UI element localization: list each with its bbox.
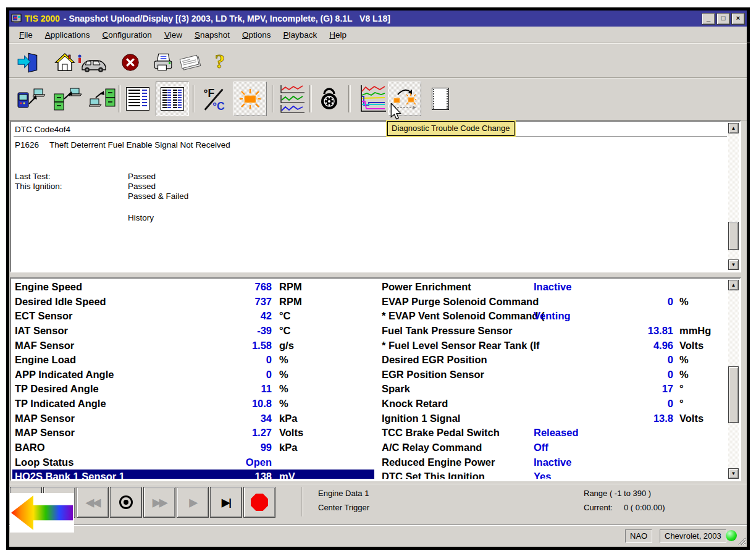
param-label: EVAP Purge Solenoid Command <box>382 295 539 310</box>
dual-list-icon <box>161 87 184 111</box>
data-row[interactable]: TCC Brake Pedal SwitchReleased <box>374 426 727 440</box>
param-label: IAT Sensor <box>15 324 68 339</box>
resize-grip[interactable] <box>737 536 746 545</box>
save-archive-icon <box>87 85 117 112</box>
data-row[interactable]: BARO99kPa <box>12 440 374 455</box>
data-row[interactable]: TP Indicated Angle10.8% <box>12 397 374 411</box>
triple-graph-button[interactable] <box>275 82 309 116</box>
menu-configuration[interactable]: Configuration <box>96 30 158 40</box>
data-row[interactable]: DTC Set This IgnitionYes <box>374 470 727 479</box>
param-value: 0 <box>185 368 272 382</box>
minimize-button[interactable]: _ <box>702 13 715 25</box>
fast-forward-button[interactable]: ▶▶ <box>143 487 175 518</box>
back-arrow-icon[interactable] <box>11 495 73 530</box>
close-button[interactable]: × <box>731 13 745 25</box>
menu-view[interactable]: View <box>158 30 188 40</box>
svg-text:°F: °F <box>204 87 215 99</box>
data-row[interactable]: A/C Relay CommandOff <box>374 440 727 455</box>
param-value: -39 <box>185 324 272 339</box>
multi-graph-button[interactable] <box>356 82 389 116</box>
data-row[interactable]: * EVAP Vent Solenoid Command (Venting <box>374 309 727 324</box>
data-row[interactable]: * Fuel Level Sensor Rear Tank (If4.96Vol… <box>374 339 727 353</box>
rewind-button[interactable]: ◀◀ <box>77 487 109 518</box>
menu-applications[interactable]: Applications <box>39 30 96 40</box>
data-row[interactable]: Reduced Engine PowerInactive <box>374 455 727 470</box>
temp-unit-toggle-button[interactable]: °F °C <box>196 82 230 116</box>
param-value: 11 <box>185 382 272 397</box>
param-label: Ignition 1 Signal <box>382 411 460 426</box>
filmstrip-button[interactable] <box>424 82 457 116</box>
jump-end-icon: ▶| <box>222 496 230 509</box>
data-row[interactable]: EVAP Purge Solenoid Command0% <box>374 295 727 310</box>
svg-text:?: ? <box>215 51 225 72</box>
data-row[interactable]: Ignition 1 Signal13.8Volts <box>374 411 727 426</box>
upload-snapshot-button[interactable] <box>15 82 48 116</box>
record-button[interactable] <box>110 487 142 518</box>
menu-help[interactable]: Help <box>323 30 353 40</box>
data-row[interactable]: EGR Position Sensor0% <box>374 368 727 382</box>
exit-button[interactable] <box>13 48 44 77</box>
scroll-down-button[interactable]: ▼ <box>728 259 739 270</box>
data-row[interactable]: HO2S Bank 1 Sensor 1138mV <box>12 470 374 479</box>
data-row[interactable]: Engine Load0% <box>12 353 374 368</box>
scroll-thumb[interactable] <box>728 222 739 250</box>
param-unit: Volts <box>679 411 704 426</box>
help-button[interactable]: ? <box>209 48 231 77</box>
param-unit: % <box>279 397 288 411</box>
data-row[interactable]: MAP Sensor34kPa <box>12 411 374 426</box>
load-archive-button[interactable] <box>51 82 84 116</box>
jump-end-button[interactable]: ▶| <box>210 487 242 518</box>
param-label: ECT Sensor <box>15 309 73 324</box>
last-test-value: Passed <box>128 172 156 181</box>
data-row[interactable]: TP Desired Angle11% <box>12 382 374 397</box>
param-label: TCC Brake Pedal Switch <box>382 426 500 440</box>
play-button[interactable]: ▶ <box>177 487 209 518</box>
menu-snapshot[interactable]: Snapshot <box>188 30 236 40</box>
vehicle-info-button[interactable] <box>73 48 109 77</box>
data-row[interactable]: Desired EGR Position0% <box>374 353 727 368</box>
data-row[interactable]: MAF Sensor1.58g/s <box>12 339 374 353</box>
scroll-down-button[interactable]: ▼ <box>728 468 739 479</box>
menu-playback[interactable]: Playback <box>277 30 324 40</box>
data-scrollbar[interactable]: ▲ ▼ <box>728 280 739 479</box>
toolbar-separator <box>193 85 195 112</box>
data-row[interactable]: APP Indicated Angle0% <box>12 368 374 382</box>
menu-options[interactable]: Options <box>236 30 277 40</box>
data-row[interactable]: Engine Speed768RPM <box>12 280 374 295</box>
upload-snapshot-icon <box>17 85 46 112</box>
print-icon <box>151 51 174 74</box>
maximize-button[interactable]: □ <box>716 13 730 25</box>
dtc-scrollbar[interactable]: ▲ ▼ <box>728 123 739 270</box>
param-value: 0 <box>534 295 673 310</box>
data-row[interactable]: Spark17° <box>374 382 727 397</box>
param-label: Fuel Tank Pressure Sensor <box>382 324 513 339</box>
toolbar-separator <box>309 85 312 112</box>
data-row[interactable]: Fuel Tank Pressure Sensor13.81mmHg <box>374 324 727 339</box>
stop-task-button[interactable] <box>115 48 146 77</box>
gauge-button[interactable] <box>313 82 346 116</box>
documents-button[interactable] <box>174 48 208 77</box>
scroll-up-button[interactable]: ▲ <box>728 123 739 133</box>
data-row[interactable]: IAT Sensor-39°C <box>12 324 374 339</box>
data-row[interactable]: Loop StatusOpen <box>12 455 374 470</box>
flash-status-button[interactable] <box>233 82 267 116</box>
data-row[interactable]: Knock Retard0° <box>374 397 727 411</box>
dtc-description: Theft Deterrent Fuel Enable Signal Not R… <box>49 140 230 150</box>
data-row[interactable]: Power EnrichmentInactive <box>374 280 727 295</box>
dual-list-view-button[interactable] <box>156 82 189 116</box>
save-archive-button[interactable] <box>85 82 119 116</box>
stop-button[interactable] <box>243 487 275 518</box>
data-row[interactable]: MAP Sensor1.27Volts <box>12 426 374 440</box>
param-label: MAP Sensor <box>15 426 75 440</box>
param-label: TP Indicated Angle <box>15 397 106 411</box>
current-label: Current: <box>584 503 613 512</box>
param-label: TP Desired Angle <box>15 382 99 397</box>
param-label: MAF Sensor <box>15 339 74 353</box>
scroll-thumb[interactable] <box>728 366 739 423</box>
param-unit: Volts <box>279 426 303 440</box>
single-list-view-button[interactable] <box>121 82 154 116</box>
scroll-up-button[interactable]: ▲ <box>728 280 739 290</box>
data-row[interactable]: ECT Sensor42°C <box>12 309 374 324</box>
data-row[interactable]: Desired Idle Speed737RPM <box>12 295 374 310</box>
menu-file[interactable]: File <box>13 30 39 40</box>
